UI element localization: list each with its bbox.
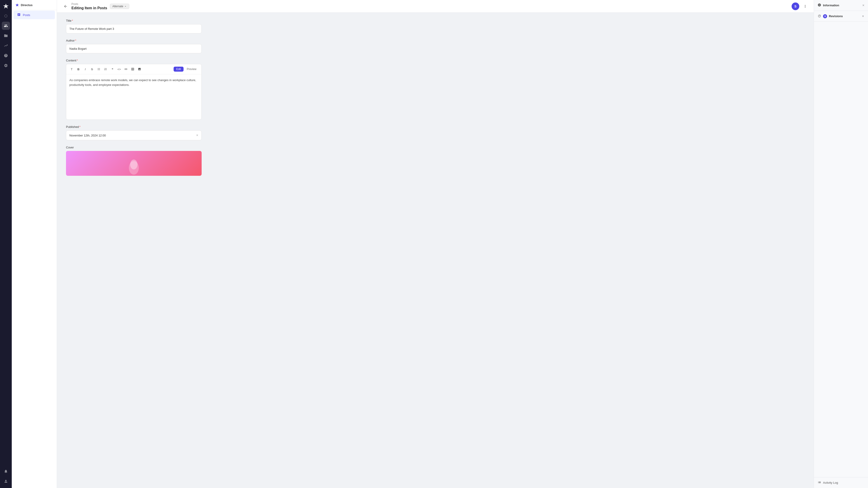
editor-toolbar: T B I S ❝ <> <box>66 64 202 74</box>
right-panel-spacer <box>814 22 868 477</box>
nav-item-posts-label: Posts <box>23 13 30 17</box>
nav-header: Directus <box>12 0 57 10</box>
breadcrumb: Posts <box>71 2 107 6</box>
cover-image-shape <box>125 156 143 176</box>
more-options-button[interactable] <box>802 3 808 9</box>
toolbar-strikethrough-btn[interactable]: S <box>89 66 95 72</box>
sidebar-item-profile[interactable] <box>2 477 10 485</box>
title-field-group: Title * <box>66 19 805 33</box>
date-clear-button[interactable]: × <box>196 133 198 137</box>
right-panel: Information × 9 Revisions ▼ Activity Log <box>814 0 868 488</box>
sidebar-item-notifications[interactable] <box>2 467 10 475</box>
author-field-group: Author * <box>66 39 805 53</box>
svg-marker-0 <box>3 4 8 8</box>
main-area: Posts Editing Item in Posts Alternate S … <box>57 0 814 488</box>
toolbar-italic-btn[interactable]: I <box>82 66 88 72</box>
content-area: Title * Author * Content * T B I <box>57 13 814 488</box>
activity-log-label: Activity Log <box>823 481 838 484</box>
published-date-field[interactable]: November 12th, 2024 12:00 × <box>66 130 202 140</box>
revisions-section: 9 Revisions ▼ <box>814 11 868 22</box>
sidebar-item-insights[interactable] <box>2 41 10 50</box>
sidebar-item-help[interactable] <box>2 52 10 60</box>
toolbar-image-btn[interactable] <box>136 66 143 72</box>
title-required: * <box>72 19 73 22</box>
sidebar: ⬡ <box>0 0 12 488</box>
toolbar-unordered-list-btn[interactable] <box>96 66 102 72</box>
sidebar-item-settings[interactable] <box>2 61 10 70</box>
information-close-button[interactable]: × <box>862 3 864 7</box>
sidebar-item-home[interactable]: ⬡ <box>2 12 10 20</box>
published-required: * <box>79 125 81 129</box>
title-label: Title * <box>66 19 805 22</box>
toolbar-link-btn[interactable] <box>123 66 129 72</box>
revisions-count-badge: 9 <box>823 14 827 18</box>
information-icon <box>817 3 821 7</box>
app-logo[interactable] <box>2 3 9 10</box>
published-field-group: Published * November 12th, 2024 12:00 × <box>66 125 805 140</box>
sidebar-item-files[interactable] <box>2 32 10 40</box>
svg-point-3 <box>130 160 137 169</box>
sidebar-item-posts[interactable]: Posts <box>13 11 55 19</box>
information-section: Information × <box>814 0 868 11</box>
toolbar-table-btn[interactable] <box>129 66 136 72</box>
author-required: * <box>75 39 76 42</box>
toolbar-bold-btn[interactable]: B <box>75 66 82 72</box>
toolbar-code-btn[interactable]: <> <box>116 66 122 72</box>
title-input[interactable] <box>66 24 202 33</box>
cover-label: Cover <box>66 146 805 149</box>
svg-marker-1 <box>16 3 19 6</box>
directus-nav-icon <box>16 3 19 7</box>
revisions-header[interactable]: 9 Revisions ▼ <box>814 11 868 22</box>
topbar: Posts Editing Item in Posts Alternate S <box>57 0 814 13</box>
author-label: Author * <box>66 39 805 42</box>
cover-image-preview[interactable] <box>66 151 202 176</box>
activity-log-icon <box>817 481 821 485</box>
variant-badge[interactable]: Alternate <box>110 4 129 9</box>
toolbar-blockquote-btn[interactable]: ❝ <box>109 66 116 72</box>
editor-body[interactable]: As companies embrace remote work models,… <box>66 74 202 120</box>
nav-header-title: Directus <box>21 3 33 7</box>
revisions-title: 9 Revisions <box>817 14 843 18</box>
cover-field-group: Cover <box>66 146 805 176</box>
published-label: Published * <box>66 125 805 129</box>
activity-log-button[interactable]: Activity Log <box>814 477 868 488</box>
user-avatar[interactable]: S <box>792 2 799 10</box>
content-label: Content * <box>66 59 805 62</box>
posts-icon <box>17 13 21 17</box>
content-required: * <box>77 59 78 62</box>
toolbar-text-btn[interactable]: T <box>68 66 75 72</box>
author-input[interactable] <box>66 44 202 53</box>
toolbar-ordered-list-btn[interactable] <box>102 66 109 72</box>
information-title: Information <box>817 3 839 7</box>
nav-panel: Directus Posts <box>12 0 57 488</box>
back-button[interactable] <box>62 3 69 9</box>
information-header: Information × <box>814 0 868 11</box>
revisions-chevron-icon: ▼ <box>862 15 864 18</box>
content-field-group: Content * T B I S ❝ <> <box>66 59 805 120</box>
sidebar-item-users[interactable] <box>2 22 10 30</box>
content-editor: T B I S ❝ <> <box>66 64 202 120</box>
editor-edit-button[interactable]: Edit <box>174 67 184 72</box>
page-title: Editing Item in Posts <box>71 6 107 10</box>
editor-preview-button[interactable]: Preview <box>184 67 199 72</box>
revisions-icon <box>817 14 821 18</box>
